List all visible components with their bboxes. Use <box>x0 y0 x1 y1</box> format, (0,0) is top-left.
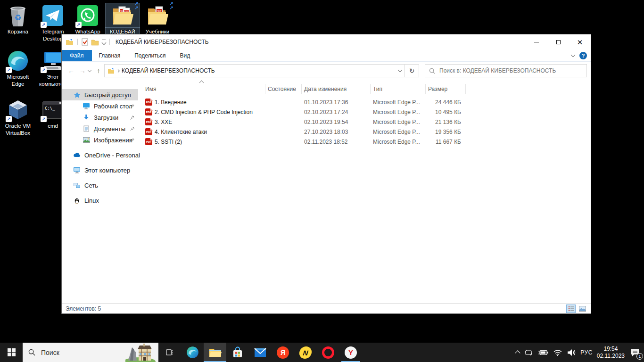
wifi-icon[interactable] <box>553 349 562 356</box>
sidebar-label: Этот компьютер <box>84 167 130 174</box>
file-name: 2. CMD Injection & PHP Code Injection <box>155 109 253 115</box>
desktop-icon-whatsapp[interactable]: ↗ WhatsApp <box>71 3 105 36</box>
recent-locations-icon[interactable] <box>88 68 91 72</box>
refresh-button[interactable]: ↻ <box>405 64 419 77</box>
file-row[interactable]: PDF1. Введение 01.10.2023 17:36 Microsof… <box>143 97 591 107</box>
desktop-icon-virtualbox[interactable]: ↗ Oracle VM VirtualBox <box>1 98 35 137</box>
tray-display-icon[interactable] <box>524 348 533 357</box>
tab-home[interactable]: Главная <box>92 50 128 61</box>
tab-file[interactable]: Файл <box>62 50 92 61</box>
pdf-file-icon: PDF <box>145 99 152 106</box>
search-input[interactable] <box>438 67 583 74</box>
taskbar-yandex-browser-button[interactable]: Y <box>339 343 362 362</box>
column-header-size[interactable]: Размер <box>426 84 466 94</box>
items-count: Элементов: 5 <box>66 305 101 312</box>
desktop-icon-recycle-bin[interactable]: ♻ Корзина <box>1 3 35 36</box>
thumbnail-view-icon <box>579 306 586 312</box>
taskbar-store-button[interactable] <box>226 343 249 362</box>
pdf-file-icon: PDF <box>145 108 152 115</box>
explorer-content: Быстрый доступ Рабочий стол Загрузки Док… <box>62 80 591 303</box>
clock-time: 19:54 <box>597 346 625 353</box>
file-row[interactable]: PDF3. XXE 02.10.2023 19:54 Microsoft Edg… <box>143 117 591 127</box>
help-button[interactable]: ? <box>579 52 587 59</box>
notification-center-button[interactable]: 1 <box>629 346 641 359</box>
file-size: 11 667 КБ <box>426 139 466 145</box>
linux-penguin-icon <box>73 197 81 204</box>
file-name: 4. Клиентские атаки <box>155 129 207 135</box>
sidebar-label: Документы <box>94 125 125 132</box>
sidebar-item-quick-access[interactable]: Быстрый доступ <box>62 89 138 100</box>
up-button[interactable]: ↑ <box>93 67 104 74</box>
desktop-icon-uchebniki-folder[interactable]: PDF ↗↗ Учебники <box>140 3 174 36</box>
taskbar-search-input[interactable] <box>40 348 111 357</box>
new-folder-button[interactable] <box>91 39 99 46</box>
compressed-arrows-icon: ↗↗ <box>170 1 173 10</box>
column-header-name[interactable]: Имя <box>143 84 265 94</box>
maximize-button[interactable] <box>547 34 569 49</box>
start-button[interactable] <box>0 343 23 362</box>
taskbar-yellow-app-button[interactable]: N <box>294 343 317 362</box>
opera-icon <box>322 346 334 359</box>
breadcrumb[interactable]: КОДЕБАЙ КИБЕРБЕЗОПАСНОСТЬ <box>122 67 215 74</box>
taskbar-yandex-button[interactable]: Я <box>272 343 294 362</box>
whatsapp-icon: ↗ <box>71 3 105 28</box>
column-header-status[interactable]: Состояние <box>265 84 302 94</box>
thumbnail-view-button[interactable] <box>578 304 587 313</box>
language-indicator[interactable]: РУС <box>580 349 593 356</box>
back-button[interactable]: ← <box>66 67 77 74</box>
taskbar-search[interactable] <box>23 343 158 362</box>
customize-qat-button[interactable] <box>102 40 106 44</box>
task-view-button[interactable] <box>158 343 181 362</box>
desktop-icon-edge[interactable]: ↗ Microsoft Edge <box>1 49 35 88</box>
column-header-type[interactable]: Тип <box>371 84 426 94</box>
sidebar-item-documents[interactable]: Документы <box>62 123 138 134</box>
taskbar-mail-button[interactable] <box>249 343 272 362</box>
file-size: 10 495 КБ <box>426 109 466 115</box>
taskbar-clock[interactable]: 19:54 02.11.2023 <box>597 346 625 360</box>
search-highlight-image[interactable] <box>125 343 158 362</box>
shortcut-arrow-icon: ↗ <box>41 22 47 28</box>
folder-icon <box>107 68 115 74</box>
details-view-button[interactable] <box>566 304 576 313</box>
properties-button[interactable] <box>82 38 88 46</box>
minimize-button[interactable] <box>526 34 547 49</box>
taskbar-opera-button[interactable] <box>317 343 339 362</box>
sidebar-label: Linux <box>84 197 99 204</box>
explorer-system-icon[interactable] <box>66 39 74 46</box>
volume-icon[interactable] <box>567 349 576 356</box>
pdf-file-icon: PDF <box>145 118 152 125</box>
file-name: 3. XXE <box>155 119 172 125</box>
sidebar-item-this-pc[interactable]: Этот компьютер <box>62 165 138 176</box>
ribbon-collapse-icon[interactable] <box>571 53 576 58</box>
tab-view[interactable]: Вид <box>173 50 197 61</box>
sidebar-item-linux[interactable]: Linux <box>62 195 138 206</box>
separator <box>109 39 110 45</box>
sidebar-item-downloads[interactable]: Загрузки <box>62 112 138 123</box>
status-bar: Элементов: 5 <box>62 303 591 313</box>
taskbar-explorer-button[interactable] <box>204 343 226 362</box>
address-row: ← → ↑ КОДЕБАЙ КИБЕРБЕЗОПАСНОСТЬ ↻ <box>62 62 591 80</box>
file-row[interactable]: PDF5. SSTI (2) 02.11.2023 18:52 Microsof… <box>143 137 591 147</box>
svg-text:C:\_: C:\_ <box>45 106 55 111</box>
close-button[interactable]: ✕ <box>569 34 591 49</box>
address-dropdown-icon[interactable] <box>398 68 403 73</box>
forward-button[interactable]: → <box>77 67 88 74</box>
taskbar-edge-button[interactable] <box>181 343 204 362</box>
sidebar-item-pictures[interactable]: Изображения <box>62 134 138 146</box>
file-row[interactable]: PDF2. CMD Injection & PHP Code Injection… <box>143 107 591 117</box>
address-bar[interactable]: КОДЕБАЙ КИБЕРБЕЗОПАСНОСТЬ <box>104 64 405 77</box>
sidebar-item-onedrive[interactable]: OneDrive - Personal <box>62 149 138 161</box>
hidden-icons-chevron[interactable] <box>515 350 520 355</box>
battery-charging-icon[interactable] <box>537 349 549 356</box>
file-row[interactable]: PDF4. Клиентские атаки 27.10.2023 18:03 … <box>143 127 591 137</box>
desktop-icon-label: Microsoft Edge <box>1 73 35 88</box>
desktop-icon-kodebai-folder[interactable]: PDFPDF ↗↗ КОДЕБАЙ <box>106 3 140 36</box>
search-box[interactable] <box>425 64 587 77</box>
pin-icon <box>130 103 135 110</box>
column-header-date[interactable]: Дата изменения <box>302 84 371 94</box>
sidebar-item-desktop[interactable]: Рабочий стол <box>62 100 138 112</box>
sidebar-item-network[interactable]: Сеть <box>62 180 138 191</box>
network-icon <box>73 182 81 189</box>
title-bar: КОДЕБАЙ КИБЕРБЕЗОПАСНОСТЬ ✕ <box>62 34 591 49</box>
tab-share[interactable]: Поделиться <box>127 50 173 61</box>
